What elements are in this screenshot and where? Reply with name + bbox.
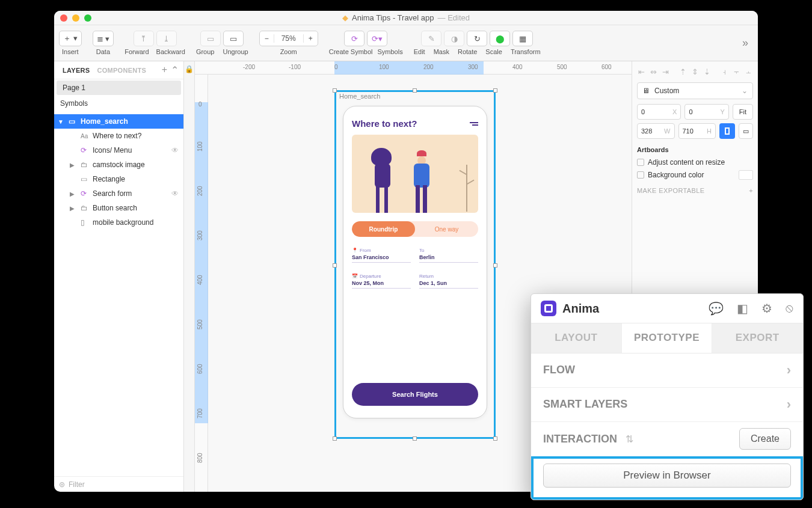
- tab-layers[interactable]: LAYERS: [59, 67, 93, 74]
- color-swatch[interactable]: [739, 170, 753, 180]
- departure-field[interactable]: 📅Departure Nov 25, Mon: [352, 274, 411, 289]
- rotate-button[interactable]: ↻: [467, 31, 487, 46]
- layer-rectangle[interactable]: ▭ Rectangle: [54, 172, 183, 186]
- edited-label: — Edited: [438, 13, 470, 22]
- edit-button[interactable]: ✎: [421, 31, 441, 46]
- text-icon: Aa: [81, 133, 89, 139]
- lock-gutter[interactable]: 🔒: [184, 61, 195, 492]
- chat-icon[interactable]: 💬: [709, 301, 724, 316]
- background-color-checkbox[interactable]: Background color: [637, 170, 753, 180]
- layer-group-button[interactable]: ▶🗀 Button search: [54, 201, 183, 215]
- oneway-option[interactable]: One way: [415, 221, 478, 237]
- page-item[interactable]: Symbols: [54, 96, 183, 111]
- vertical-ruler[interactable]: 0 100 200 300 400 500 600 700 800: [195, 75, 208, 492]
- trip-type-toggle[interactable]: Roundtrip One way: [352, 221, 478, 237]
- orientation-landscape-button[interactable]: ▭: [739, 123, 753, 139]
- roundtrip-option[interactable]: Roundtrip: [352, 221, 415, 237]
- visibility-icon[interactable]: 👁: [171, 146, 179, 155]
- align-icons[interactable]: ⇤⇔⇥ ⇡⇕⇣ ⫞⫟⫠: [637, 65, 753, 82]
- folder-icon: 🗀: [81, 204, 89, 212]
- artboard-icon: ▭: [69, 117, 77, 126]
- layer-mobile-bg[interactable]: ▯ mobile background: [54, 215, 183, 230]
- forward-button[interactable]: ⤒: [134, 31, 154, 46]
- from-field[interactable]: 📍From San Francisco: [352, 248, 411, 263]
- close-icon[interactable]: [60, 14, 67, 22]
- anima-tab-layout[interactable]: LAYOUT: [531, 323, 622, 352]
- resize-handle[interactable]: [413, 436, 417, 441]
- filter-input[interactable]: ⊜ Filter: [54, 476, 183, 492]
- layer-group-image[interactable]: ▶🗀 camstock image: [54, 158, 183, 172]
- artboard-name[interactable]: Home_search: [339, 93, 380, 100]
- zoom-icon[interactable]: [84, 14, 91, 22]
- insert-button[interactable]: ＋ ▾: [59, 31, 82, 46]
- resize-handle[interactable]: [493, 88, 497, 93]
- layer-symbol-search-form[interactable]: ▶⟳ Search form 👁: [54, 186, 183, 201]
- height-input[interactable]: 710H: [678, 123, 716, 139]
- resize-handle[interactable]: [493, 263, 497, 268]
- y-input[interactable]: 0Y: [684, 104, 728, 120]
- layer-artboard-home-search[interactable]: ▼▭ Home_search: [54, 114, 183, 129]
- search-flights-button[interactable]: Search Flights: [352, 383, 478, 406]
- make-exportable[interactable]: MAKE EXPORTABLE+: [637, 187, 753, 194]
- layer-symbol-menu[interactable]: ⟳ Icons/ Menu 👁: [54, 143, 183, 158]
- x-input[interactable]: 0X: [637, 104, 681, 120]
- ungroup-button[interactable]: ▭: [223, 31, 244, 46]
- anima-preview-highlight: Preview in Browser: [531, 456, 803, 500]
- anima-tab-export[interactable]: EXPORT: [712, 323, 803, 352]
- anima-create-button[interactable]: Create: [739, 428, 791, 450]
- data-button[interactable]: ≣ ▾: [93, 31, 114, 46]
- toolbar-overflow-icon[interactable]: »: [737, 37, 753, 49]
- mobile-icon: ▯: [81, 218, 89, 227]
- to-field[interactable]: To Berlin: [419, 248, 478, 263]
- anima-tab-prototype[interactable]: PROTOTYPE: [622, 323, 713, 352]
- resize-handle[interactable]: [413, 88, 417, 93]
- adjust-content-checkbox[interactable]: Adjust content on resize: [637, 158, 753, 167]
- resize-handle[interactable]: [333, 436, 337, 441]
- mask-button[interactable]: ◑: [444, 31, 464, 46]
- backward-button[interactable]: ⤓: [156, 31, 177, 46]
- scale-button[interactable]: ⬤: [490, 31, 510, 46]
- traffic-lights[interactable]: [60, 14, 91, 22]
- page-item[interactable]: Page 1: [57, 81, 181, 95]
- panel-icon[interactable]: ◧: [737, 301, 748, 316]
- block-icon[interactable]: ⦸: [786, 301, 793, 316]
- zoom-value[interactable]: 75%: [274, 34, 304, 43]
- orientation-portrait-button[interactable]: [719, 123, 735, 139]
- toolbar: ＋ ▾ Insert ≣ ▾ Data ⤒ ⤓ ForwardBackward …: [54, 25, 758, 61]
- align-left-icon[interactable]: ⇤: [637, 67, 645, 76]
- plus-icon[interactable]: +: [749, 187, 753, 194]
- resize-handle[interactable]: [333, 88, 337, 93]
- resize-handle[interactable]: [333, 263, 337, 268]
- symbols-button[interactable]: ⟳▾: [367, 31, 387, 46]
- gear-icon[interactable]: ⚙: [761, 301, 772, 316]
- minimize-icon[interactable]: [72, 14, 79, 22]
- group-button[interactable]: ▭: [200, 31, 221, 46]
- layer-text[interactable]: Aa Where to next?: [54, 129, 183, 143]
- zoom-out-icon[interactable]: −: [260, 34, 274, 43]
- zoom-control[interactable]: − 75% +: [259, 31, 318, 46]
- horizontal-ruler[interactable]: -200 -100 0 100 200 300 400 500 600: [195, 61, 632, 75]
- hamburger-icon[interactable]: [470, 122, 478, 126]
- tab-components[interactable]: COMPONENTS: [93, 67, 150, 74]
- artboard-home-search[interactable]: Where to next? Roundtrip One way: [343, 106, 487, 418]
- sketch-diamond-icon: ◆: [342, 13, 348, 22]
- visibility-icon[interactable]: 👁: [171, 189, 179, 198]
- artboards-section: Artboards: [637, 146, 753, 153]
- anima-smart-layers-row[interactable]: SMART LAYERS›: [531, 388, 803, 422]
- add-page-icon[interactable]: +: [162, 64, 167, 76]
- sort-icon[interactable]: ⇅: [626, 433, 633, 445]
- transform-button[interactable]: ▦: [512, 31, 533, 46]
- pin-icon: 📍: [352, 248, 358, 253]
- preview-in-browser-button[interactable]: Preview in Browser: [543, 464, 791, 488]
- illustration: [352, 135, 478, 213]
- collapse-pages-icon[interactable]: ⌃: [171, 64, 179, 76]
- fit-button[interactable]: Fit: [733, 104, 753, 120]
- device-dropdown[interactable]: 🖥Custom ⌄: [637, 82, 753, 99]
- anima-flow-row[interactable]: FLOW›: [531, 353, 803, 388]
- zoom-in-icon[interactable]: +: [304, 34, 318, 43]
- return-field[interactable]: Return Dec 1, Sun: [419, 274, 478, 289]
- width-input[interactable]: 328W: [637, 123, 675, 139]
- resize-handle[interactable]: [493, 436, 497, 441]
- chevron-right-icon: ›: [787, 363, 791, 378]
- create-symbol-button[interactable]: ⟳: [344, 31, 364, 46]
